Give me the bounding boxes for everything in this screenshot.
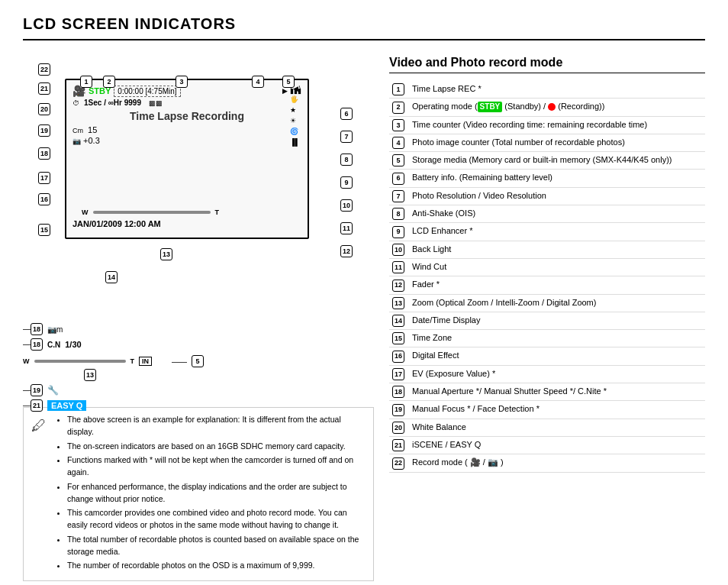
note-item: The number of recordable photos on the O… <box>67 560 366 572</box>
indicator-num: 5 <box>389 152 409 170</box>
indicator-num: 16 <box>389 347 409 365</box>
note-item: The on-screen indicators are based on an… <box>67 441 366 453</box>
indicator-text: Manual Focus * / Face Detection * <box>409 401 705 419</box>
easy-q-label: EASY Q <box>47 400 86 411</box>
indicator-text: Operating mode (STBY (Standby) / (Record… <box>409 99 705 116</box>
note-item: This camcorder provides one combined vid… <box>67 507 366 532</box>
notes-list: The above screen is an example for expla… <box>56 414 366 574</box>
indicator-num: 7 <box>389 187 409 205</box>
indicator-num: 20 <box>389 419 409 436</box>
indicator-text: Date/Time Display <box>409 312 705 329</box>
callout-9: 9 <box>340 176 353 189</box>
callout-2: 2 <box>103 76 115 88</box>
callout-5: 5 <box>282 76 295 88</box>
indicator-num: 10 <box>389 241 409 258</box>
indicator-num: 11 <box>389 258 409 276</box>
indicator-text: Anti-Shake (OIS) <box>409 205 705 223</box>
callout-20: 20 <box>38 103 50 115</box>
note-item: Functions marked with * will not be kept… <box>67 454 366 479</box>
indicator-num: 13 <box>389 294 409 312</box>
indicator-text: Photo Resolution / Video Resolution <box>409 187 705 205</box>
row2-text: 1Sec / ∞Hr 9999 <box>84 99 141 107</box>
indicator-num: 15 <box>389 330 409 347</box>
indicator-text: Back Light <box>409 241 705 258</box>
callout-8: 8 <box>340 154 353 166</box>
indicator-text: iSCENE / EASY Q <box>409 436 705 454</box>
indicator-row: 6Battery info. (Remaining battery level) <box>389 170 705 187</box>
indicator-row: 11Wind Cut <box>389 258 705 276</box>
cn-label: C.N <box>47 341 60 349</box>
indicator-num: 17 <box>389 365 409 383</box>
indicator-num: 4 <box>389 134 409 151</box>
indicator-num: 8 <box>389 205 409 223</box>
callout-12: 12 <box>340 245 353 257</box>
date-time: JAN/01/2009 12:00 AM <box>72 219 161 228</box>
indicator-row: 16Digital Effect <box>389 347 705 365</box>
indicator-text: Time counter (Video recording time: rema… <box>409 116 705 134</box>
indicator-row: 1Time Lapse REC * <box>389 81 705 99</box>
zoom-t-label: T <box>215 208 220 216</box>
indicator-row: 17EV (Exposure Value) * <box>389 365 705 383</box>
indicator-text: White Balance <box>409 419 705 436</box>
indicator-row: 13Zoom (Optical Zoom / Intelli-Zoom / Di… <box>389 294 705 312</box>
indicator-text: Record mode ( 🎥 / 📷 ) <box>409 454 705 472</box>
indicator-num: 22 <box>389 454 409 472</box>
zoom-w-label: W <box>82 208 89 216</box>
callout-4: 4 <box>252 76 264 88</box>
indicator-text: Storage media (Memory card or built-in m… <box>409 152 705 170</box>
indicator-num: 14 <box>389 312 409 329</box>
indicator-text: Digital Effect <box>409 347 705 365</box>
callout-17: 17 <box>38 172 50 184</box>
indicator-text: Zoom (Optical Zoom / Intelli-Zoom / Digi… <box>409 294 705 312</box>
callout-21: 21 <box>38 82 50 95</box>
indicator-row: 19Manual Focus * / Face Detection * <box>389 401 705 419</box>
indicator-text: Wind Cut <box>409 258 705 276</box>
notes-icon: 🖊 <box>31 414 50 437</box>
lcd-screen: 🎥 STBY 0:00:00 [4:75Min] ▶ ▮▮▮ ⏱ 1Sec / … <box>65 79 309 239</box>
callout-19: 19 <box>38 124 50 137</box>
indicator-num: 21 <box>389 436 409 454</box>
indicator-text: Manual Aperture */ Manual Shutter Speed … <box>409 383 705 401</box>
indicator-num: 9 <box>389 223 409 241</box>
zoom-w2: W <box>23 357 30 365</box>
notes-section: 🖊 The above screen is an example for exp… <box>23 407 374 581</box>
indicator-row: 2Operating mode (STBY (Standby) / (Recor… <box>389 99 705 116</box>
callout-6: 6 <box>340 108 353 120</box>
below-lcd: —18 📷m —18 C.N 1/30 W T IN —— 5 13 <box>23 323 359 399</box>
timelapse-title: Time Lapse Recording <box>72 110 301 122</box>
callout-11: 11 <box>340 222 353 234</box>
indicator-num: 3 <box>389 116 409 134</box>
callout-1: 1 <box>80 76 92 88</box>
callout-3: 3 <box>176 76 188 88</box>
indicator-num: 6 <box>389 170 409 187</box>
indicator-text: Photo image counter (Total number of rec… <box>409 134 705 151</box>
indicator-text: Time Lapse REC * <box>409 81 705 99</box>
callout-14: 14 <box>105 271 118 283</box>
indicator-row: 18Manual Aperture */ Manual Shutter Spee… <box>389 383 705 401</box>
note-item: For enhanced performance, the display in… <box>67 481 366 506</box>
indicator-row: 9LCD Enhancer * <box>389 223 705 241</box>
callout-10: 10 <box>340 199 353 212</box>
indicator-row: 14Date/Time Display <box>389 312 705 329</box>
indicator-table: 1Time Lapse REC *2Operating mode (STBY (… <box>389 81 705 473</box>
indicator-text: Battery info. (Remaining battery level) <box>409 170 705 187</box>
indicator-row: 12Fader * <box>389 276 705 294</box>
section-title: Video and Photo record mode <box>389 56 705 73</box>
indicator-num: 12 <box>389 276 409 294</box>
ev-value: +0.3 <box>83 136 100 145</box>
indicator-row: 4Photo image counter (Total number of re… <box>389 134 705 151</box>
right-panel: Video and Photo record mode 1Time Lapse … <box>389 56 705 581</box>
indicator-num: 1 <box>389 81 409 99</box>
left-panel: 1 2 3 4 5 6 7 8 9 10 11 12 13 14 15 16 1… <box>23 56 374 581</box>
zoom-t2: T <box>130 357 135 365</box>
indicator-row: 10Back Light <box>389 241 705 258</box>
indicator-num: 19 <box>389 401 409 419</box>
indicator-row: 7Photo Resolution / Video Resolution <box>389 187 705 205</box>
indicator-text: LCD Enhancer * <box>409 223 705 241</box>
indicator-row: 21iSCENE / EASY Q <box>389 436 705 454</box>
indicator-text: EV (Exposure Value) * <box>409 365 705 383</box>
callout-22: 22 <box>38 63 50 76</box>
indicator-row: 5Storage media (Memory card or built-in … <box>389 152 705 170</box>
page-title: LCD SCREEN INDICATORS <box>23 15 705 40</box>
indicator-row: 15Time Zone <box>389 330 705 347</box>
